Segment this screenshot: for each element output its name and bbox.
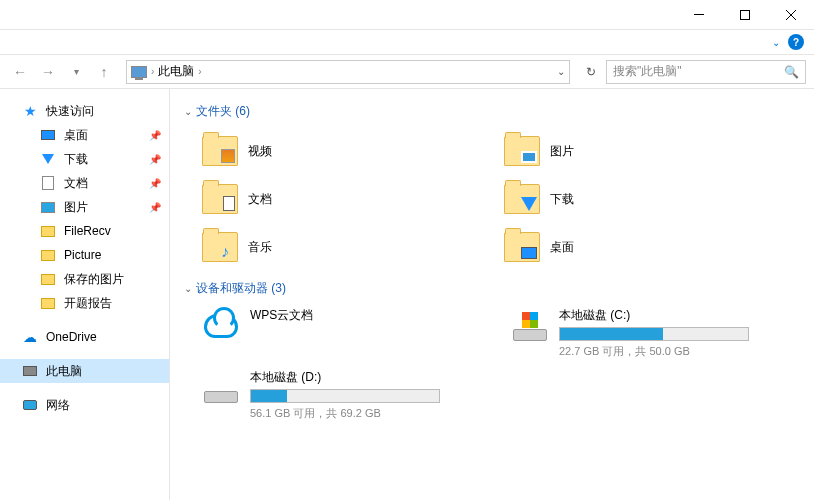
folder-downloads[interactable]: 下载 bbox=[504, 178, 800, 220]
device-label: 本地磁盘 (C:) bbox=[559, 307, 800, 324]
storage-bar bbox=[250, 389, 440, 403]
video-icon bbox=[221, 149, 235, 163]
document-icon bbox=[223, 196, 235, 211]
minimize-button[interactable] bbox=[676, 0, 722, 30]
storage-text: 56.1 GB 可用，共 69.2 GB bbox=[250, 406, 491, 421]
main-content: ⌄ 文件夹 (6) 视频 图片 文档 下载 ♪音乐 桌面 ⌄ 设备和驱动器 (3… bbox=[170, 89, 814, 500]
folders-grid: 视频 图片 文档 下载 ♪音乐 桌面 bbox=[184, 130, 800, 268]
svg-rect-0 bbox=[694, 14, 704, 15]
devices-grid: WPS云文档 本地磁盘 (C:) 22.7 GB 可用，共 50.0 GB 本地… bbox=[184, 307, 800, 421]
sidebar-item-label: FileRecv bbox=[64, 224, 111, 238]
music-icon: ♪ bbox=[221, 245, 235, 259]
download-icon bbox=[521, 197, 537, 211]
storage-fill bbox=[251, 390, 287, 402]
sidebar-quick-access[interactable]: ★ 快速访问 bbox=[0, 99, 169, 123]
picture-icon bbox=[41, 202, 55, 213]
sidebar-network[interactable]: 网络 bbox=[0, 393, 169, 417]
sidebar-onedrive[interactable]: ☁OneDrive bbox=[0, 325, 169, 349]
device-drive-d[interactable]: 本地磁盘 (D:) 56.1 GB 可用，共 69.2 GB bbox=[202, 369, 491, 421]
folder-documents[interactable]: 文档 bbox=[202, 178, 498, 220]
pin-icon: 📌 bbox=[149, 178, 161, 189]
folder-icon bbox=[41, 250, 55, 261]
up-button[interactable]: ↑ bbox=[92, 60, 116, 84]
document-icon bbox=[42, 176, 54, 190]
sidebar-item-label: 文档 bbox=[64, 175, 88, 192]
sidebar-item-saved-pics[interactable]: 保存的图片 bbox=[0, 267, 169, 291]
sidebar-item-label: 下载 bbox=[64, 151, 88, 168]
pin-icon: 📌 bbox=[149, 202, 161, 213]
sidebar-label: 此电脑 bbox=[46, 363, 82, 380]
refresh-button[interactable]: ↻ bbox=[580, 61, 602, 83]
sidebar-item-filerecv[interactable]: FileRecv bbox=[0, 219, 169, 243]
folder-label: 下载 bbox=[550, 191, 574, 208]
desktop-icon bbox=[521, 247, 537, 259]
device-wps-cloud[interactable]: WPS云文档 bbox=[202, 307, 491, 359]
chevron-down-icon: ⌄ bbox=[184, 283, 192, 294]
breadcrumb-location[interactable]: 此电脑 bbox=[158, 63, 194, 80]
titlebar bbox=[0, 0, 814, 30]
sidebar-label: 网络 bbox=[46, 397, 70, 414]
pin-icon: 📌 bbox=[149, 130, 161, 141]
section-folders-header[interactable]: ⌄ 文件夹 (6) bbox=[184, 103, 800, 120]
storage-bar bbox=[559, 327, 749, 341]
sidebar-item-label: Picture bbox=[64, 248, 101, 262]
forward-button[interactable]: → bbox=[36, 60, 60, 84]
folder-music[interactable]: ♪音乐 bbox=[202, 226, 498, 268]
device-drive-c[interactable]: 本地磁盘 (C:) 22.7 GB 可用，共 50.0 GB bbox=[511, 307, 800, 359]
pin-icon: 📌 bbox=[149, 154, 161, 165]
folder-label: 视频 bbox=[248, 143, 272, 160]
folder-videos[interactable]: 视频 bbox=[202, 130, 498, 172]
sidebar-label: 快速访问 bbox=[46, 103, 94, 120]
desktop-icon bbox=[41, 130, 55, 140]
sidebar-this-pc[interactable]: 此电脑 bbox=[0, 359, 169, 383]
section-title: 设备和驱动器 (3) bbox=[196, 280, 286, 297]
section-devices-header[interactable]: ⌄ 设备和驱动器 (3) bbox=[184, 280, 800, 297]
sidebar-item-label: 桌面 bbox=[64, 127, 88, 144]
ribbon-expand-icon[interactable]: ⌄ bbox=[772, 37, 780, 48]
network-icon bbox=[23, 400, 37, 410]
address-dropdown-icon[interactable]: ⌄ bbox=[557, 66, 565, 77]
device-label: 本地磁盘 (D:) bbox=[250, 369, 491, 386]
ribbon-bar: ⌄ ? bbox=[0, 30, 814, 55]
sidebar-item-picture[interactable]: Picture bbox=[0, 243, 169, 267]
sidebar-item-downloads[interactable]: 下载📌 bbox=[0, 147, 169, 171]
storage-text: 22.7 GB 可用，共 50.0 GB bbox=[559, 344, 800, 359]
folder-icon bbox=[41, 226, 55, 237]
svg-rect-1 bbox=[741, 10, 750, 19]
star-icon: ★ bbox=[22, 103, 38, 119]
download-icon bbox=[42, 154, 54, 164]
picture-icon bbox=[521, 151, 537, 163]
maximize-button[interactable] bbox=[722, 0, 768, 30]
search-placeholder: 搜索"此电脑" bbox=[613, 63, 682, 80]
onedrive-icon: ☁ bbox=[22, 329, 38, 345]
sidebar-item-documents[interactable]: 文档📌 bbox=[0, 171, 169, 195]
folder-label: 桌面 bbox=[550, 239, 574, 256]
sidebar-item-label: 保存的图片 bbox=[64, 271, 124, 288]
back-button[interactable]: ← bbox=[8, 60, 32, 84]
folder-icon bbox=[41, 298, 55, 309]
address-bar[interactable]: › 此电脑 › ⌄ bbox=[126, 60, 570, 84]
chevron-right-icon[interactable]: › bbox=[198, 66, 201, 77]
sidebar: ★ 快速访问 桌面📌 下载📌 文档📌 图片📌 FileRecv Picture … bbox=[0, 89, 170, 500]
sidebar-item-label: 图片 bbox=[64, 199, 88, 216]
sidebar-item-desktop[interactable]: 桌面📌 bbox=[0, 123, 169, 147]
pc-icon bbox=[23, 366, 37, 376]
recent-dropdown[interactable]: ▾ bbox=[64, 60, 88, 84]
folder-pictures[interactable]: 图片 bbox=[504, 130, 800, 172]
sidebar-item-pictures[interactable]: 图片📌 bbox=[0, 195, 169, 219]
sidebar-item-report[interactable]: 开题报告 bbox=[0, 291, 169, 315]
section-title: 文件夹 (6) bbox=[196, 103, 250, 120]
drive-icon bbox=[513, 329, 547, 341]
folder-label: 图片 bbox=[550, 143, 574, 160]
pc-icon bbox=[131, 66, 147, 78]
search-input[interactable]: 搜索"此电脑" 🔍 bbox=[606, 60, 806, 84]
close-button[interactable] bbox=[768, 0, 814, 30]
cloud-icon bbox=[204, 314, 238, 338]
storage-fill bbox=[560, 328, 663, 340]
nav-bar: ← → ▾ ↑ › 此电脑 › ⌄ ↻ 搜索"此电脑" 🔍 bbox=[0, 55, 814, 89]
help-icon[interactable]: ? bbox=[788, 34, 804, 50]
device-label: WPS云文档 bbox=[250, 307, 491, 324]
folder-desktop[interactable]: 桌面 bbox=[504, 226, 800, 268]
folder-label: 音乐 bbox=[248, 239, 272, 256]
sidebar-item-label: 开题报告 bbox=[64, 295, 112, 312]
